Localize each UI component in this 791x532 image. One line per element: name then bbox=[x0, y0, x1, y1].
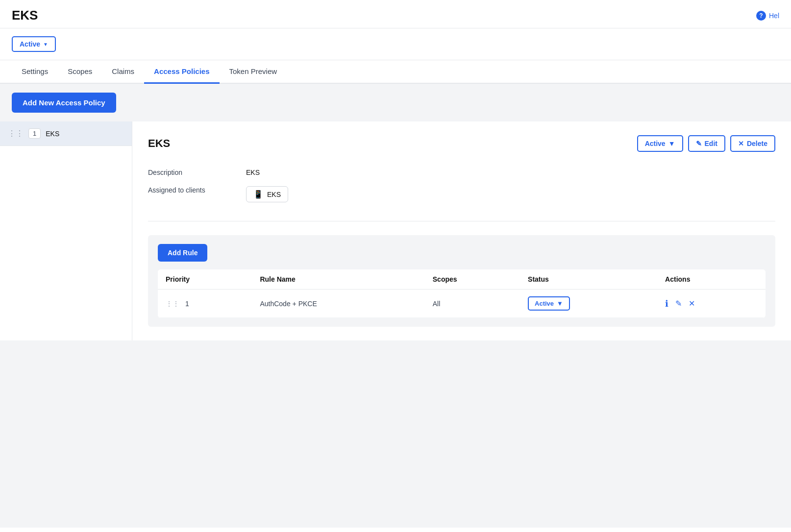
client-badge: 📱 EKS bbox=[246, 186, 288, 202]
col-actions: Actions bbox=[657, 269, 766, 290]
global-status-button[interactable]: Active ▼ bbox=[12, 36, 56, 52]
tab-scopes[interactable]: Scopes bbox=[58, 60, 102, 84]
rules-table-header-row: Priority Rule Name Scopes Status Actions bbox=[158, 269, 766, 290]
policy-divider bbox=[148, 221, 775, 221]
rule-name-cell: AuthCode + PKCE bbox=[252, 290, 424, 318]
policy-header: EKS Active ▼ ✎ Edit ✕ Delete bbox=[148, 135, 775, 152]
policy-status-chevron: ▼ bbox=[668, 140, 675, 147]
tabs-nav: Settings Scopes Claims Access Policies T… bbox=[0, 60, 791, 84]
app-title: EKS bbox=[12, 8, 38, 23]
policy-container: ⋮⋮ 1 EKS EKS Active ▼ ✎ Edit bbox=[0, 121, 791, 340]
rule-actions-cell: ℹ ✎ ✕ bbox=[657, 290, 766, 318]
tab-settings[interactable]: Settings bbox=[12, 60, 58, 84]
edit-pencil-icon: ✎ bbox=[696, 140, 702, 147]
content-area: Add New Access Policy ⋮⋮ 1 EKS EKS Activ… bbox=[0, 84, 791, 528]
assigned-clients-field-row: Assigned to clients 📱 EKS bbox=[148, 181, 775, 207]
policy-actions: Active ▼ ✎ Edit ✕ Delete bbox=[637, 135, 775, 152]
delete-x-icon: ✕ bbox=[738, 140, 744, 147]
status-bar: Active ▼ bbox=[0, 28, 791, 60]
description-label: Description bbox=[148, 169, 246, 176]
rule-status-cell: Active ▼ bbox=[520, 290, 657, 318]
tab-access-policies[interactable]: Access Policies bbox=[144, 60, 219, 84]
rules-section: Add Rule Priority Rule Name Scopes Statu… bbox=[148, 235, 775, 327]
rule-status-label: Active bbox=[535, 300, 554, 307]
rule-priority-value: 1 bbox=[185, 300, 189, 308]
rule-info-icon[interactable]: ℹ bbox=[665, 298, 668, 309]
rule-row: ⋮⋮ 1 AuthCode + PKCE All Active ▼ bbox=[158, 290, 766, 318]
col-status: Status bbox=[520, 269, 657, 290]
rule-drag-handle-icon: ⋮⋮ bbox=[166, 300, 179, 308]
help-icon: ? bbox=[756, 11, 766, 21]
policy-edit-label: Edit bbox=[705, 140, 717, 147]
rule-action-buttons: ℹ ✎ ✕ bbox=[665, 298, 758, 309]
help-link[interactable]: ? Hel bbox=[756, 11, 779, 21]
top-bar: EKS ? Hel bbox=[0, 0, 791, 28]
tab-claims[interactable]: Claims bbox=[102, 60, 144, 84]
policy-status-label: Active bbox=[645, 140, 666, 147]
col-priority: Priority bbox=[158, 269, 252, 290]
description-field-row: Description EKS bbox=[148, 164, 775, 181]
rules-table: Priority Rule Name Scopes Status Actions… bbox=[158, 269, 766, 318]
assigned-clients-label: Assigned to clients bbox=[148, 186, 246, 194]
client-name: EKS bbox=[267, 191, 281, 198]
policy-status-button[interactable]: Active ▼ bbox=[637, 135, 683, 152]
description-value: EKS bbox=[246, 169, 260, 176]
global-status-chevron: ▼ bbox=[43, 42, 48, 47]
global-status-label: Active bbox=[20, 40, 40, 48]
phone-icon: 📱 bbox=[253, 190, 263, 199]
help-label: Hel bbox=[769, 12, 779, 20]
policy-delete-label: Delete bbox=[747, 140, 767, 147]
rule-scopes-cell: All bbox=[425, 290, 520, 318]
add-policy-bar: Add New Access Policy bbox=[0, 84, 791, 121]
policy-detail: EKS Active ▼ ✎ Edit ✕ Delete bbox=[132, 121, 791, 340]
policy-item-number: 1 bbox=[28, 128, 41, 139]
add-rule-button[interactable]: Add Rule bbox=[158, 244, 207, 262]
policy-item-name: EKS bbox=[46, 130, 59, 138]
rule-status-chevron: ▼ bbox=[557, 300, 563, 307]
policy-list: ⋮⋮ 1 EKS bbox=[0, 121, 132, 340]
tab-token-preview[interactable]: Token Preview bbox=[220, 60, 287, 84]
drag-handle-icon: ⋮⋮ bbox=[8, 129, 24, 138]
rule-status-button[interactable]: Active ▼ bbox=[528, 296, 570, 311]
rule-drag-priority: ⋮⋮ 1 bbox=[158, 290, 252, 318]
col-rule-name: Rule Name bbox=[252, 269, 424, 290]
policy-edit-button[interactable]: ✎ Edit bbox=[688, 135, 725, 152]
policy-list-item[interactable]: ⋮⋮ 1 EKS bbox=[0, 121, 132, 146]
policy-delete-button[interactable]: ✕ Delete bbox=[730, 135, 775, 152]
add-new-access-policy-button[interactable]: Add New Access Policy bbox=[12, 93, 116, 113]
col-scopes: Scopes bbox=[425, 269, 520, 290]
policy-detail-name: EKS bbox=[148, 137, 170, 150]
rule-edit-icon[interactable]: ✎ bbox=[675, 299, 682, 308]
rule-delete-icon[interactable]: ✕ bbox=[689, 299, 695, 308]
policy-fields: Description EKS Assigned to clients 📱 EK… bbox=[148, 164, 775, 207]
